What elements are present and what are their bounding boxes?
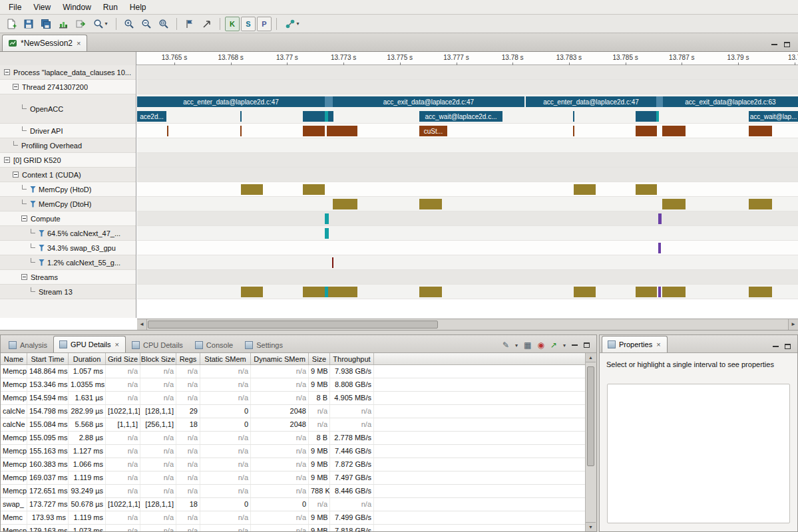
column-header-throughput[interactable]: Throughput — [330, 353, 374, 364]
tab-cpu-details[interactable]: CPU Details — [126, 337, 189, 352]
tab-analysis[interactable]: Analysis — [3, 337, 53, 352]
timeline-interval[interactable] — [419, 199, 442, 209]
timeline-interval[interactable] — [573, 111, 574, 122]
timeline-interval[interactable] — [325, 96, 333, 107]
minimize-icon[interactable] — [771, 44, 777, 45]
column-header-size[interactable]: Size — [309, 353, 330, 364]
timeline-interval[interactable] — [240, 111, 242, 122]
table-row[interactable]: Memcp172.651 ms93.249 µsn/an/an/an/an/a7… — [1, 485, 585, 498]
scroll-left-arrow-icon[interactable]: ◄ — [137, 319, 147, 330]
timeline-interval[interactable] — [749, 287, 772, 297]
timeline-interval[interactable] — [658, 243, 661, 253]
timeline-interval[interactable] — [662, 287, 686, 297]
table-row[interactable]: Memcp155.095 ms2.88 µsn/an/an/an/an/a8 B… — [1, 432, 585, 445]
timeline-interval[interactable] — [240, 126, 242, 136]
new-session-button[interactable] — [3, 16, 19, 32]
timeline-hscrollbar[interactable]: ◄ ► — [137, 319, 798, 330]
timeline-interval[interactable] — [656, 96, 663, 107]
marker-flag-button[interactable] — [182, 16, 198, 32]
menu-help[interactable]: Help — [124, 1, 152, 13]
menu-view[interactable]: View — [27, 1, 57, 13]
timeline-interval[interactable]: ace2d... — [137, 111, 166, 122]
timeline-interval[interactable] — [241, 287, 263, 297]
table-row[interactable]: Memcp155.163 ms1.127 msn/an/an/an/an/a9 … — [1, 445, 585, 458]
timeline-interval[interactable]: acc_enter_data@laplace2d.c:47 — [137, 96, 325, 107]
zoom-region-button[interactable]: ▾ — [90, 16, 111, 32]
timeline-interval[interactable] — [658, 287, 661, 297]
tree-row-stream-13[interactable]: Stream 13 — [0, 285, 136, 299]
timeline-interval[interactable] — [656, 111, 659, 122]
collapse-toggle[interactable] — [21, 215, 27, 221]
view-menu-icon[interactable]: ▾ — [563, 342, 566, 348]
timeline-interval[interactable] — [749, 126, 772, 136]
zoom-in-button[interactable] — [121, 16, 137, 32]
table-row[interactable]: Memcp154.594 ms1.631 µsn/an/an/an/an/a8 … — [1, 392, 585, 405]
menu-file[interactable]: File — [3, 1, 27, 13]
tree-row-thread-2741307200[interactable]: Thread 2741307200 — [0, 80, 136, 94]
tab-console[interactable]: Console — [189, 337, 239, 352]
scroll-right-arrow-icon[interactable]: ► — [788, 319, 798, 330]
tab-properties[interactable]: Properties × — [602, 336, 668, 352]
timeline-interval[interactable] — [303, 184, 325, 195]
zoom-fit-button[interactable] — [156, 16, 172, 32]
collapse-toggle[interactable] — [4, 157, 10, 163]
save-all-button[interactable] — [38, 16, 54, 32]
tab-gpu-details[interactable]: GPU Details× — [53, 336, 126, 352]
timeline-interval[interactable] — [328, 111, 333, 122]
save-button[interactable] — [21, 16, 37, 32]
vscroll-thumb[interactable] — [587, 366, 594, 466]
timeline-interval[interactable] — [332, 257, 333, 268]
timeline-interval[interactable] — [636, 287, 657, 297]
filter-icon[interactable] — [30, 186, 36, 193]
collapse-toggle[interactable] — [13, 172, 19, 178]
hscroll-thumb[interactable] — [148, 321, 438, 329]
filter-icon[interactable] — [39, 245, 45, 251]
scroll-down-arrow-icon[interactable]: ▼ — [586, 522, 596, 531]
timeline-interval[interactable] — [574, 287, 596, 297]
tree-row-memcpy-dtoh[interactable]: MemCpy (DtoH) — [0, 197, 136, 211]
timeline-chart[interactable]: acc_enter_data@laplace2d.c:47acc_exit_da… — [137, 65, 798, 318]
tree-row-streams[interactable]: Streams — [0, 270, 136, 285]
menu-window[interactable]: Window — [57, 1, 97, 13]
timeline-interval[interactable]: acc_exit_data@laplace2d.c:47 — [333, 96, 524, 107]
timeline-interval[interactable] — [573, 126, 574, 136]
tab-newsession2[interactable]: *NewSession2 × — [2, 35, 87, 51]
column-header-regs[interactable]: Regs — [176, 353, 200, 364]
timeline-interval[interactable] — [636, 184, 657, 195]
edit-pen-icon[interactable]: ✎ — [502, 341, 509, 349]
column-header-static-smem[interactable]: Static SMem — [200, 353, 251, 364]
close-icon[interactable]: × — [114, 340, 120, 348]
export-session-button[interactable] — [73, 16, 89, 32]
tree-row-compute[interactable]: Compute — [0, 211, 136, 226]
column-header-grid-size[interactable]: Grid Size — [106, 353, 140, 364]
tree-row-34-3-swap-63-gpu[interactable]: 34.3% swap_63_gpu — [0, 241, 136, 255]
kernel-colorby-toggle[interactable]: K — [225, 17, 240, 31]
marker-goto-button[interactable] — [199, 16, 215, 32]
table-row[interactable]: Memcp148.864 ms1.057 msn/an/an/an/an/a9 … — [1, 365, 585, 378]
timeline-interval[interactable] — [749, 199, 772, 209]
tree-row-1-2-calcnext-55-g[interactable]: 1.2% calcNext_55_g... — [0, 255, 136, 270]
column-header-start-time[interactable]: Start Time — [27, 353, 69, 364]
table-row[interactable]: swap_173.727 ms50.678 µs[1022,1,1][128,1… — [1, 498, 585, 511]
collapse-toggle[interactable] — [4, 69, 10, 75]
tree-row-0-grid-k520[interactable]: [0] GRID K520 — [0, 153, 136, 168]
collapse-toggle[interactable] — [21, 274, 27, 280]
timeline-interval[interactable]: acc_exit_data@laplace2d.c:63 — [663, 96, 798, 107]
record-icon[interactable]: ◉ — [537, 341, 544, 349]
tree-row-context-1-cuda[interactable]: Context 1 (CUDA) — [0, 168, 136, 182]
timeline-interval[interactable] — [328, 287, 357, 297]
timeline-interval[interactable] — [303, 287, 325, 297]
timeline-interval[interactable] — [303, 126, 325, 136]
timeline-interval[interactable] — [662, 126, 686, 136]
timeline-interval[interactable] — [574, 184, 596, 195]
timeline-interval[interactable] — [662, 199, 686, 209]
filter-icon[interactable] — [39, 259, 45, 266]
timeline-interval[interactable] — [327, 126, 357, 136]
collapse-toggle[interactable] — [13, 84, 19, 90]
timeline-interval[interactable] — [325, 213, 329, 224]
timeline-interval[interactable]: acc_enter_data@laplace2d.c:47 — [526, 96, 656, 107]
layout-grid-icon[interactable]: ▦ — [524, 341, 531, 349]
stream-colorby-toggle[interactable]: S — [241, 17, 256, 31]
tree-row-memcpy-htod[interactable]: MemCpy (HtoD) — [0, 182, 136, 197]
table-vscrollbar[interactable]: ▲ ▼ — [586, 353, 596, 531]
